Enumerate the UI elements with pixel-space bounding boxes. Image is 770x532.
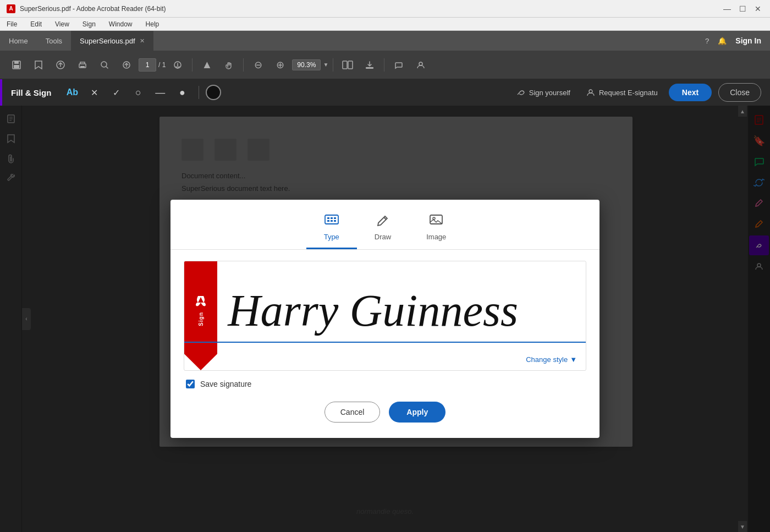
tab-image-label: Image <box>426 233 446 241</box>
svg-rect-11 <box>366 67 373 69</box>
fill-sign-bar: Fill & Sign Ab ✕ ✓ ○ — ● Sign yourself R… <box>0 79 770 106</box>
check-tool[interactable]: ✓ <box>106 83 126 102</box>
menu-window[interactable]: Window <box>107 19 135 29</box>
print-icon[interactable] <box>73 55 92 75</box>
comment-icon[interactable] <box>389 55 409 75</box>
request-esig-label: Request E-signatu <box>599 89 658 97</box>
fs-right-controls: Sign yourself Request E-signatu Next Clo… <box>512 83 761 102</box>
modal-buttons: Cancel Apply <box>184 402 586 427</box>
close-window-button[interactable]: ✕ <box>752 3 763 14</box>
acrobat-logo-icon <box>195 295 206 310</box>
change-style-arrow: ▼ <box>570 355 577 364</box>
next-button[interactable]: Next <box>669 84 712 101</box>
tab-type[interactable]: Type <box>306 209 357 249</box>
tab-draw[interactable]: Draw <box>357 209 409 249</box>
close-button[interactable]: Close <box>718 83 761 102</box>
tab-close-icon[interactable]: ✕ <box>140 37 145 45</box>
svg-rect-20 <box>331 217 333 219</box>
tab-document[interactable]: SuperSerious.pdf ✕ <box>71 31 153 51</box>
compare-icon[interactable] <box>338 55 358 75</box>
text-tool[interactable]: Ab <box>62 83 82 102</box>
acrobat-sign-banner: Sign <box>184 261 217 370</box>
line-tool[interactable]: — <box>150 83 170 102</box>
main-area: ‹ Document content... SuperSerious docum… <box>0 106 770 532</box>
sign-yourself-button[interactable]: Sign yourself <box>512 85 575 100</box>
help-icon[interactable]: ? <box>705 37 709 45</box>
svg-rect-21 <box>334 217 336 219</box>
cross-tool[interactable]: ✕ <box>84 83 104 102</box>
sign-in-button[interactable]: Sign In <box>735 36 761 45</box>
toolbar-separator-3 <box>333 58 333 72</box>
request-esignature-button[interactable]: Request E-signatu <box>581 85 662 100</box>
zoom-group: 90.3% ▼ <box>292 59 328 70</box>
svg-point-13 <box>589 90 592 93</box>
download-icon[interactable] <box>360 55 380 75</box>
title-bar: A SuperSerious.pdf - Adobe Acrobat Reade… <box>0 0 770 18</box>
save-signature-checkbox[interactable] <box>186 380 195 388</box>
hand-tool-icon[interactable] <box>219 55 239 75</box>
signature-text-display: Harry Guinness <box>223 272 575 353</box>
page-total: / 1 <box>158 61 166 69</box>
svg-rect-10 <box>348 61 353 69</box>
circle-tool[interactable]: ○ <box>128 83 148 102</box>
zoom-dropdown-arrow[interactable]: ▼ <box>323 62 328 68</box>
menu-bar: File Edit View Sign Window Help <box>0 18 770 31</box>
svg-text:Harry Guinness: Harry Guinness <box>227 286 518 336</box>
zoom-level[interactable]: 90.3% <box>292 59 321 70</box>
tab-right-controls: ? 🔔 Sign In <box>696 31 770 51</box>
zoom-out-icon[interactable]: ⊖ <box>248 55 268 75</box>
change-style-button[interactable]: Change style ▼ <box>526 355 577 364</box>
fill-sign-label: Fill & Sign <box>11 88 51 97</box>
signature-preview: Sign Harry Guinness Change style <box>184 261 586 371</box>
save-signature-row: Save signature <box>184 380 586 388</box>
image-tab-icon <box>428 213 444 229</box>
upload-icon[interactable] <box>51 55 70 75</box>
tab-image[interactable]: Image <box>409 209 464 249</box>
page-number-input[interactable] <box>139 58 156 72</box>
sig-banner-content: Sign <box>195 295 206 337</box>
search-icon[interactable] <box>95 55 114 75</box>
tab-document-label: SuperSerious.pdf <box>80 37 135 45</box>
color-swatch[interactable] <box>206 85 221 100</box>
svg-rect-22 <box>327 220 329 222</box>
bookmark-icon[interactable] <box>29 55 48 75</box>
maximize-button[interactable]: ☐ <box>737 3 748 14</box>
tab-tools[interactable]: Tools <box>37 31 71 51</box>
window-title: SuperSerious.pdf - Adobe Acrobat Reader … <box>20 5 722 13</box>
dot-tool[interactable]: ● <box>172 83 192 102</box>
select-tool-icon[interactable]: ▲ <box>197 55 217 75</box>
save-icon[interactable] <box>7 55 26 75</box>
cancel-button[interactable]: Cancel <box>324 402 381 423</box>
sign-yourself-label: Sign yourself <box>529 89 570 97</box>
tab-home[interactable]: Home <box>0 31 37 51</box>
user-icon[interactable] <box>411 55 431 75</box>
minimize-button[interactable]: — <box>722 3 733 14</box>
svg-rect-1 <box>14 61 19 64</box>
svg-rect-18 <box>325 215 338 224</box>
window-controls: — ☐ ✕ <box>722 3 763 14</box>
menu-view[interactable]: View <box>53 19 72 29</box>
prev-page-icon[interactable] <box>117 55 136 75</box>
bell-icon[interactable]: 🔔 <box>718 37 727 45</box>
tab-tools-label: Tools <box>46 37 62 45</box>
sig-banner-text: Sign <box>198 312 204 326</box>
modal-overlay: Type Draw <box>0 106 770 532</box>
svg-rect-23 <box>331 220 333 222</box>
tab-draw-label: Draw <box>375 233 391 241</box>
menu-help[interactable]: Help <box>144 19 162 29</box>
menu-file[interactable]: File <box>4 19 19 29</box>
toolbar: / 1 ▲ ⊖ ⊕ 90.3% ▼ <box>0 51 770 79</box>
page-input-group: / 1 <box>139 58 166 72</box>
menu-edit[interactable]: Edit <box>28 19 44 29</box>
zoom-in-icon[interactable]: ⊕ <box>270 55 290 75</box>
signature-modal: Type Draw <box>170 200 600 438</box>
signature-baseline <box>184 342 586 343</box>
change-style-label: Change style <box>526 355 568 364</box>
next-page-icon[interactable] <box>168 55 188 75</box>
svg-rect-9 <box>343 61 347 69</box>
svg-rect-19 <box>327 217 329 219</box>
menu-sign[interactable]: Sign <box>80 19 98 29</box>
draw-tab-icon <box>375 213 391 229</box>
toolbar-separator-2 <box>243 58 244 72</box>
apply-button[interactable]: Apply <box>389 402 446 423</box>
